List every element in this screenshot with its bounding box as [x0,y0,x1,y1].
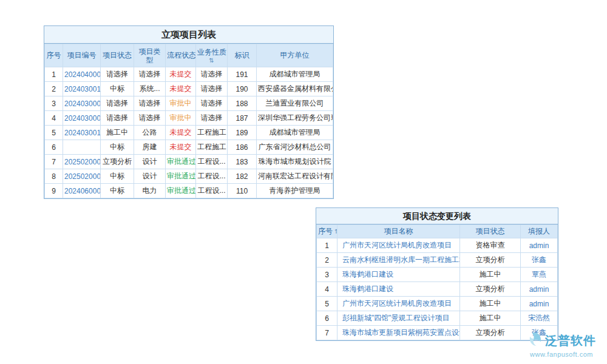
table-row: 3 2024030009 请选择 请选择 审批中 请选择 188 兰迪置业有限公… [45,96,333,111]
col-header-nature[interactable]: 业务性质 ⇅ [196,44,228,67]
cell-business-nature[interactable]: 请选择 [196,96,228,111]
cell-project-code[interactable]: 2024030010 [63,126,101,140]
col-header-project-name: 项目名称 [337,225,460,238]
cell-business-nature[interactable]: 请选择 [196,67,228,82]
cell-process-status[interactable]: 未提交 [166,140,196,155]
cell-project-code[interactable]: 2024060001 [63,184,101,198]
cell-reporter[interactable]: 张鑫 [521,253,558,268]
cell-process-status[interactable]: 审批中 [166,96,196,111]
cell-party: 青海养护管理局 [257,184,333,198]
cell-project-code[interactable]: 2024040005 [63,67,101,82]
cell-business-nature: 工程施工 [196,140,228,155]
status-change-panel: 项目状态变更列表 序号 ⇅ 项目名称 项目状态 填报人 1 广州市天河区统计局机… [316,207,558,341]
cell-tag: 187 [228,111,257,126]
cell-no: 5 [45,126,63,140]
cell-tag: 183 [228,155,257,169]
col-header-code: 项目编号 [63,44,101,67]
sort-icon[interactable]: ⇅ [334,228,337,235]
cell-project-status: 中标 [101,184,134,198]
cell-party: 成都城市管理局 [257,126,333,140]
cell-project-type[interactable]: 请选择 [134,96,166,111]
cell-project-code[interactable]: 2025020003 [63,169,101,184]
table-row: 5 2024030010 施工中 公路 未提交 工程施工 189 成都城市管理局 [45,126,333,140]
cell-no: 6 [45,140,63,155]
cell-project-status: 中标 [101,82,134,96]
cell-project-name[interactable]: 广州市天河区统计局机房改造项目 [337,238,460,253]
cell-process-status[interactable]: 审批通过 [166,169,196,184]
cell-no: 3 [45,96,63,111]
table-row: 5 广州市天河区统计局机房改造项目 施工中 admin [317,297,558,311]
table-row: 8 2025020003 中标 设计 审批通过 工程设... 182 河南联宏达… [45,169,333,184]
table-row: 7 2025020004 立项分析 设计 审批通过 工程设... 183 珠海市… [45,155,333,169]
cell-no: 4 [45,111,63,126]
sort-icon[interactable]: ⇅ [197,58,226,64]
cell-business-nature: 工程设... [196,169,228,184]
cell-project-code[interactable]: 2024030008 [63,111,101,126]
cell-project-name[interactable]: 珠海市城市更新项目紫桐苑安置点设计项目 [337,326,460,340]
cell-tag: 110 [228,184,257,198]
cell-project-code[interactable]: 2024030011 [63,82,101,96]
cell-project-type[interactable]: 请选择 [134,111,166,126]
cell-reporter[interactable]: admin [521,282,558,297]
cell-process-status[interactable]: 审批通过 [166,155,196,169]
cell-no: 2 [45,82,63,96]
approval-projects-table: 序号 项目编号 项目状态 项目类型 流程状态 业务性质 ⇅ 标识 甲方单位 1 … [44,44,333,198]
cell-process-status[interactable]: 审批通过 [166,184,196,198]
cell-business-nature[interactable]: 请选择 [196,111,228,126]
cell-project-type: 设计 [134,155,166,169]
cell-project-status: 中标 [101,140,134,155]
col-header-project-status: 项目状态 [460,225,521,238]
status-change-table: 序号 ⇅ 项目名称 项目状态 填报人 1 广州市天河区统计局机房改造项目 资格审… [316,224,558,340]
cell-no: 3 [317,268,337,282]
cell-project-type[interactable]: 请选择 [134,67,166,82]
cell-project-status[interactable]: 请选择 [101,96,134,111]
col-header-type: 项目类型 [134,44,166,67]
table-row: 1 广州市天河区统计局机房改造项目 资格审查 admin [317,238,558,253]
cell-project-status: 立项分析 [460,282,521,297]
cell-project-type: 设计 [134,169,166,184]
cell-business-nature[interactable]: 请选择 [196,82,228,96]
cell-project-name[interactable]: 珠海鹤港口建设 [337,282,460,297]
cell-reporter[interactable]: admin [521,297,558,311]
cell-project-type: 公路 [134,126,166,140]
cell-no: 8 [45,169,63,184]
cell-tag: 186 [228,140,257,155]
cell-project-name[interactable]: 珠海鹤港口建设 [337,268,460,282]
cell-business-nature: 工程设... [196,184,228,198]
cell-party: 成都城市管理局 [257,67,333,82]
cell-project-name[interactable]: 彭祖新城"四馆"景观工程设计项目 [337,311,460,326]
brand-website: www.fanpusoft.com [522,351,601,358]
cell-tag: 190 [228,82,257,96]
cell-project-status[interactable]: 请选择 [101,111,134,126]
cell-project-type: 电力 [134,184,166,198]
cell-process-status[interactable]: 未提交 [166,82,196,96]
table-row: 9 2024060001 中标 电力 审批通过 工程设... 110 青海养护管… [45,184,333,198]
cell-tag: 188 [228,96,257,111]
cell-project-status: 中标 [101,169,134,184]
cell-process-status[interactable]: 未提交 [166,67,196,82]
cell-tag: 191 [228,67,257,82]
cell-no: 2 [317,253,337,268]
cell-project-status: 施工中 [101,126,134,140]
cell-no: 1 [45,67,63,82]
cell-project-code[interactable]: 2024030009 [63,96,101,111]
cell-project-name[interactable]: 广州市天河区统计局机房改造项目 [337,297,460,311]
fanpu-logo: 泛普软件 www.fanpusoft.com [522,331,601,358]
col-header-tag: 标识 [228,44,257,67]
cell-party: 兰迪置业有限公司 [257,96,333,111]
cell-reporter[interactable]: 宋浩然 [521,311,558,326]
cell-project-status: 立项分析 [460,326,521,340]
cell-reporter[interactable]: 覃燕 [521,268,558,282]
cell-project-type: 系统... [134,82,166,96]
cell-reporter[interactable]: admin [521,238,558,253]
fanpu-logo-icon [527,331,543,349]
cell-project-code[interactable]: 2025020004 [63,155,101,169]
approval-projects-panel: 立项项目列表 序号 项目编号 项目状态 项目类型 流程状态 业务性质 ⇅ 标识 … [44,25,334,199]
cell-project-name[interactable]: 云南水利枢纽潜明水库一期工程施工标 [337,253,460,268]
cell-process-status[interactable]: 审批中 [166,111,196,126]
cell-project-type: 房建 [134,140,166,155]
table-row: 2 2024030011 中标 系统... 未提交 请选择 190 西安盛器金属… [45,82,333,96]
cell-project-status[interactable]: 请选择 [101,67,134,82]
cell-process-status[interactable]: 未提交 [166,126,196,140]
col-header-no[interactable]: 序号 ⇅ [317,225,337,238]
